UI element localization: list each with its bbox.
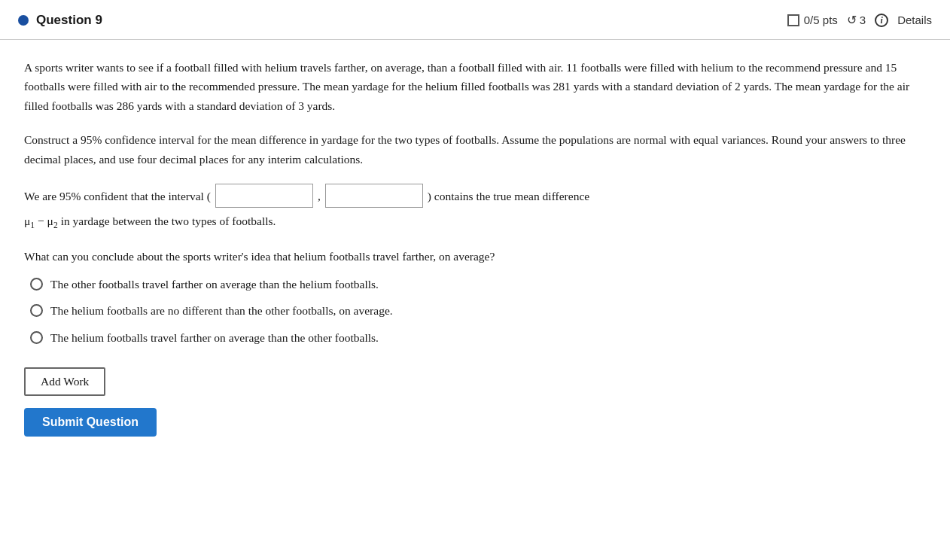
question-paragraph1: A sports writer wants to see if a footba… (24, 58, 926, 116)
retry-icon: ↺ (847, 11, 857, 29)
interval-suffix: ) contains the true mean difference (428, 187, 589, 205)
radio-label-2: The helium footballs are no different th… (50, 302, 393, 319)
header-right: 0/5 pts ↺ 3 i Details (787, 11, 932, 29)
conclude-question: What can you conclude about the sports w… (24, 248, 926, 265)
radio-option-1[interactable]: The other footballs travel farther on av… (30, 275, 926, 293)
interval-prefix: We are 95% confident that the interval ( (24, 187, 211, 205)
question-paragraph2: Construct a 95% confidence interval for … (24, 130, 926, 169)
checkbox-icon (787, 14, 799, 26)
interval-input-lower[interactable] (215, 184, 313, 208)
retry-count: 3 (860, 12, 866, 29)
radio-option-3[interactable]: The helium footballs travel farther on a… (30, 329, 926, 346)
mu-line: μ1 − μ2 in yardage between the two types… (24, 212, 926, 233)
question-header: Question 9 0/5 pts ↺ 3 i Details (0, 0, 950, 40)
status-dot (18, 15, 29, 26)
question-body: A sports writer wants to see if a footba… (0, 40, 950, 455)
interval-input-upper[interactable] (325, 184, 423, 208)
radio-circle-2[interactable] (30, 304, 43, 317)
radio-circle-1[interactable] (30, 278, 43, 291)
question-title-area: Question 9 (18, 11, 102, 30)
details-link[interactable]: Details (897, 12, 932, 29)
retry-area: ↺ 3 (847, 11, 866, 29)
radio-option-2[interactable]: The helium footballs are no different th… (30, 302, 926, 319)
info-icon[interactable]: i (875, 14, 888, 27)
page-container: Question 9 0/5 pts ↺ 3 i Details A sport… (0, 0, 950, 560)
pts-text: 0/5 pts (804, 12, 838, 29)
question-title: Question 9 (36, 11, 102, 30)
radio-group: The other footballs travel farther on av… (30, 275, 926, 346)
radio-circle-3[interactable] (30, 331, 43, 344)
radio-label-1: The other footballs travel farther on av… (50, 275, 379, 293)
buttons-area: Add Work Submit Question (24, 367, 926, 437)
interval-comma: , (318, 187, 321, 205)
pts-area: 0/5 pts (787, 12, 838, 29)
add-work-button[interactable]: Add Work (24, 367, 105, 396)
mu-text: μ1 − μ2 in yardage between the two types… (24, 215, 276, 227)
interval-line: We are 95% confident that the interval (… (24, 184, 926, 208)
submit-question-button[interactable]: Submit Question (24, 408, 157, 437)
radio-label-3: The helium footballs travel farther on a… (50, 329, 379, 346)
